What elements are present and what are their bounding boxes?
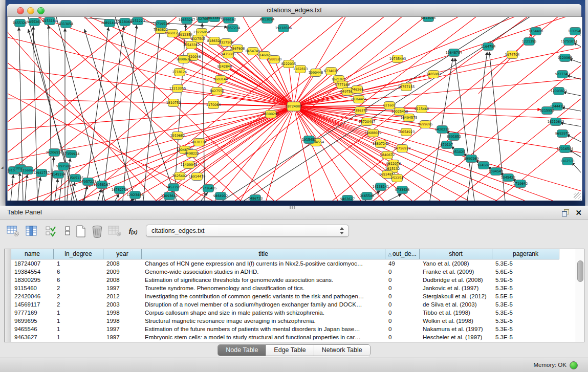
table-cell: Estimation of the future numbers of pati…: [142, 325, 385, 333]
fx-icon: f(x): [129, 227, 138, 235]
splitter-grip-icon[interactable]: [290, 206, 295, 209]
table-row[interactable]: 977716911998Corpus callosum shape and si…: [11, 309, 559, 317]
table-cell: 0: [385, 300, 420, 309]
row-header-strip: [5, 249, 11, 342]
tab-edge-table[interactable]: Edge Table: [266, 345, 314, 356]
table-row[interactable]: 2242004622012Investigating the contribut…: [11, 292, 559, 300]
table-row[interactable]: 1830029562008Estimation of significance …: [11, 276, 559, 284]
graph-node-label: 19958167: [94, 183, 111, 187]
table-cell: 14569117: [11, 300, 54, 309]
graph-node-label: 9498222: [185, 151, 199, 156]
table-row[interactable]: 1456911722003Disruption of a novel membe…: [11, 300, 559, 309]
graph-node-label: 679197: [441, 143, 453, 147]
graph-node-label: 8990169: [464, 157, 478, 161]
column-header-in_degree[interactable]: in_degree: [54, 249, 103, 259]
table-cell: Disruption of a novel member of a sodium…: [142, 300, 385, 309]
network-window-titlebar[interactable]: citations_edges.txt: [7, 4, 581, 17]
column-header-short[interactable]: short: [420, 249, 492, 259]
table-panel-header: Table Panel ✕: [0, 206, 588, 220]
table-cell: 0: [385, 309, 420, 317]
graph-node-label: 1162813: [293, 67, 308, 71]
column-header-year[interactable]: year: [103, 249, 142, 259]
graph-node-label: 7857234: [226, 26, 240, 30]
graph-node-label: 2603144: [213, 77, 228, 81]
graph-node-label: 1974704: [505, 53, 519, 57]
select-rows-checks-button[interactable]: [44, 225, 58, 238]
table-row[interactable]: 946362711997Embryonic stem cells: a mode…: [11, 333, 559, 341]
table-row[interactable]: 946554611997Estimation of the future num…: [11, 325, 559, 333]
graph-node-label: 1486723: [248, 196, 263, 201]
graph-node-label: 9465546: [360, 194, 374, 198]
table-row[interactable]: 1872400712008Changes of HCN gene express…: [11, 259, 559, 268]
table-cell: de Silva et al. (2003): [420, 300, 492, 309]
graph-node-label: 12923446: [127, 193, 144, 197]
new-table-icon-button[interactable]: [74, 225, 88, 238]
table-cell: 9465546: [11, 325, 54, 333]
table-cell: 0: [385, 317, 420, 325]
graph-node-label: 8215953: [540, 108, 554, 113]
graph-node-label: 14093641: [161, 194, 178, 198]
column-header-title[interactable]: title: [142, 249, 385, 259]
graph-node-label: 1045422: [501, 176, 515, 180]
table-cell: Tourette syndrome. Phenomenology and cla…: [142, 284, 385, 292]
graph-node-label: 20206556: [46, 150, 63, 155]
table-cell: 1: [54, 309, 103, 317]
collapsed-left-panel[interactable]: ◢: [0, 0, 6, 206]
table-source-combobox[interactable]: citations_edges.txt: [146, 225, 349, 237]
table-cell: 2: [54, 292, 103, 300]
table-cell: Genome-wide association studies in ADHD.: [142, 268, 385, 276]
table-tabs-row: Node TableEdge TableNetwork Table: [0, 344, 588, 357]
graph-node-label: 8878334: [192, 140, 206, 144]
table-cell: 0: [385, 333, 420, 341]
table-cell: 2: [54, 284, 103, 292]
function-builder-button[interactable]: f(x): [126, 225, 140, 238]
column-header-out_de[interactable]: △out_de...: [385, 249, 420, 259]
tab-network-table[interactable]: Network Table: [314, 345, 370, 356]
graph-node-label: 8427552: [210, 89, 224, 93]
table-settings-button[interactable]: [6, 225, 20, 238]
graph-node-label: 9327508: [219, 40, 233, 45]
graph-node-label: 252254: [391, 176, 403, 180]
table-cell: 1997: [103, 284, 142, 292]
table-cell: 1998: [103, 317, 142, 325]
graph-node-label: 9475685: [221, 52, 235, 56]
float-panel-icon[interactable]: [562, 209, 569, 216]
table-cell: 6: [54, 276, 103, 284]
table-row[interactable]: 969969511998Structural magnetic resonanc…: [11, 317, 559, 325]
tab-node-table[interactable]: Node Table: [218, 345, 266, 356]
graph-node-label: 12093822: [551, 89, 568, 93]
graph-node-label: 14138141: [373, 185, 389, 189]
select-columns-button[interactable]: [25, 225, 39, 238]
scrollbar-thumb[interactable]: [577, 260, 583, 282]
table-cell: 1997: [103, 333, 142, 341]
graph-node-label: 10688609: [365, 131, 382, 135]
collapsed-right-panel[interactable]: [585, 0, 588, 206]
table-cell: 5.9E-5: [492, 276, 559, 284]
table-cell: Estimation of significance thresholds fo…: [142, 276, 385, 284]
graph-node-label: 9464902: [213, 194, 228, 198]
graph-node-label: 10025458: [391, 110, 408, 114]
graph-node-label: 9777169: [335, 83, 350, 87]
delete-table-trash-button[interactable]: [90, 225, 104, 238]
graph-node-label: 6420212: [435, 127, 449, 132]
network-graph[interactable]: 1872400775638228960123891235423226058932…: [8, 17, 581, 201]
row-height-button[interactable]: [60, 225, 75, 238]
column-header-name[interactable]: name: [11, 249, 54, 259]
table-vertical-scrollbar[interactable]: [576, 249, 584, 342]
graph-node-label: 16494575: [401, 116, 418, 120]
column-header-pagerank[interactable]: pagerank: [492, 249, 559, 259]
window-resize-grip[interactable]: [574, 192, 581, 200]
table-cell: 0: [385, 276, 420, 284]
close-panel-icon[interactable]: ✕: [575, 209, 582, 216]
table-row[interactable]: 911546021997Tourette syndrome. Phenomeno…: [11, 284, 559, 292]
graph-node-label: 18724007: [286, 104, 302, 108]
graph-node-label: 15716485: [200, 186, 217, 190]
memory-ok-indicator[interactable]: [570, 361, 578, 369]
graph-node-label: 1112545: [568, 29, 581, 33]
graph-node-label: 18757155: [398, 85, 415, 89]
table-row[interactable]: 1938455462009Genome-wide association stu…: [11, 268, 559, 276]
network-view-canvas[interactable]: 1872400775638228960123891235423226058932…: [7, 17, 582, 201]
graph-node-label: 1621022: [332, 77, 346, 81]
graph-node-label: 746266: [351, 87, 363, 92]
table-cell: 5.3E-5: [492, 309, 559, 317]
